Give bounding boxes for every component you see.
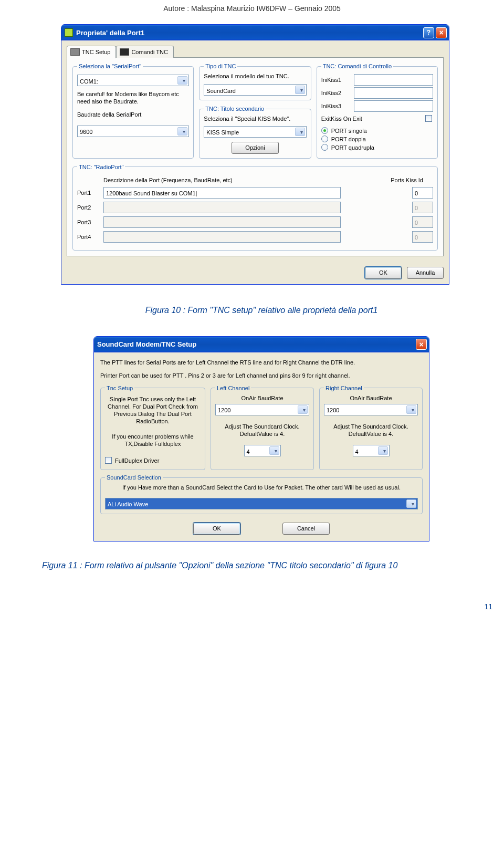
group-tipo-tnc: Tipo di TNC Seleziona il modello del tuo… — [199, 63, 311, 100]
intro-text-1: The PTT lines for Serial Ports are for L… — [100, 359, 423, 367]
port-quadrupla-label: PORT quadrupla — [331, 144, 374, 151]
opzioni-label: Opzioni — [245, 144, 265, 151]
right-clock-value: 4 — [355, 449, 359, 455]
group-soundcard-selection: SoundCard Selection If you Have more tha… — [100, 474, 423, 514]
ok-button[interactable]: OK — [193, 523, 240, 535]
right-baud-value: 1200 — [327, 407, 339, 413]
exitkiss-checkbox[interactable] — [425, 115, 432, 122]
port1-desc-input[interactable]: 1200baud Sound Blaster su COM1| — [103, 187, 341, 199]
inikiss1-input[interactable] — [354, 74, 433, 86]
port4-label: Port4 — [77, 234, 99, 240]
legend: Right Channel — [324, 385, 364, 391]
port4-kissid-value: 0 — [415, 234, 418, 241]
group-radioport: TNC: "RadioPort" Descrizione della Port … — [72, 164, 438, 251]
tab-label: TNC Setup — [82, 49, 110, 55]
kissmode-dropdown[interactable]: KISS Simple — [204, 126, 306, 138]
baudrate-dropdown[interactable]: 9600 — [77, 126, 189, 137]
group-titolo-secondario: TNC: Titolo secondario Seleziona il "Spe… — [199, 106, 311, 158]
left-baud-value: 1200 — [218, 407, 230, 413]
page-header: Autore : Malaspina Maurizio IW6DFW – Gen… — [0, 0, 504, 24]
tab-tnc-setup[interactable]: TNC Setup — [67, 46, 116, 58]
ok-label: OK — [379, 269, 387, 276]
port1-kissid-input[interactable]: 0 — [412, 187, 433, 199]
kissmode-value: KISS Simple — [206, 129, 239, 136]
exitkiss-label: ExitKiss On Exit — [321, 116, 362, 122]
setup-icon — [70, 48, 80, 56]
serial-warning: Be careful! for Modems like Baycom etc n… — [77, 90, 189, 106]
baudrate-value: 9600 — [80, 129, 92, 135]
dialog2-titlebar[interactable]: SoundCard Modem/TNC Setup × — [94, 337, 429, 352]
port4-desc-input — [103, 231, 341, 243]
port-doppia-radio[interactable]: PORT doppia — [321, 136, 433, 142]
group-right-channel: Right Channel OnAir BaudRate 1200 Adjust… — [319, 385, 423, 471]
ok-button[interactable]: OK — [365, 267, 402, 279]
left-baud-dropdown[interactable]: 1200 — [215, 404, 309, 415]
legend: Seleziona la "SerialPort" — [77, 63, 143, 69]
caption-figura-11: Figura 11 : Form relativo al pulsante "O… — [42, 560, 504, 571]
radio-icon — [321, 144, 328, 151]
tab-label: Comandi TNC — [131, 49, 168, 55]
port2-desc-input — [103, 202, 341, 213]
close-button[interactable]: × — [416, 339, 427, 350]
annulla-label: Annulla — [416, 269, 435, 276]
left-clock-dropdown[interactable]: 4 — [244, 445, 281, 456]
legend: TNC: Titolo secondario — [204, 106, 266, 112]
baudrate-label: Baudrate della SerialPort — [77, 111, 189, 118]
page-number: 11 — [0, 602, 504, 611]
cancel-button[interactable]: Cancel — [282, 523, 330, 535]
group-serialport: Seleziona la "SerialPort" COM1: Be caref… — [72, 63, 194, 159]
inikiss3-input[interactable] — [354, 100, 433, 112]
port1-kissid-value: 0 — [415, 190, 418, 196]
port2-label: Port2 — [77, 204, 99, 211]
soundcard-value: ALi Audio Wave — [108, 501, 148, 507]
left-clock-value: 4 — [247, 449, 250, 455]
tab-comandi-tnc[interactable]: Comandi TNC — [116, 46, 174, 58]
legend: Tnc Setup — [105, 385, 134, 391]
intro-text-2: Printer Port can be used for PTT . Pins … — [100, 372, 423, 380]
group-tnc-setup: Tnc Setup Single Port Tnc uses only the … — [100, 385, 205, 471]
port-quadrupla-radio[interactable]: PORT quadrupla — [321, 144, 433, 151]
dialog1-titlebar[interactable]: Proprieta' della Port1 ? × — [61, 25, 449, 40]
caption-figura-10: Figura 10 : Form "TNC setup" relativo al… — [61, 306, 462, 315]
inikiss2-input[interactable] — [354, 87, 433, 99]
inikiss3-label: IniKiss3 — [321, 103, 351, 109]
legend: TNC: Comandi di Controllo — [321, 63, 393, 69]
opzioni-button[interactable]: Opzioni — [232, 142, 279, 154]
help-button[interactable]: ? — [423, 27, 434, 38]
legend: Tipo di TNC — [204, 63, 237, 69]
tipo-tnc-dropdown[interactable]: SoundCard — [204, 84, 306, 96]
right-clock-dropdown[interactable]: 4 — [353, 445, 390, 456]
inikiss2-label: IniKiss2 — [321, 90, 351, 96]
port-singola-label: PORT singola — [331, 128, 367, 134]
port-singola-radio[interactable]: PORT singola — [321, 127, 433, 134]
radio-icon — [321, 127, 328, 134]
right-baud-label: OnAir BaudRate — [324, 394, 418, 402]
ok-label: OK — [213, 525, 221, 532]
dialog1-title: Proprieta' della Port1 — [76, 29, 144, 37]
legend: SoundCard Selection — [105, 474, 163, 481]
port3-kissid-input: 0 — [412, 216, 433, 228]
fullduplex-checkbox[interactable] — [105, 457, 112, 464]
port3-desc-input — [103, 216, 341, 228]
app-icon — [65, 28, 73, 37]
port1-desc-value: 1200baud Sound Blaster su COM1| — [106, 190, 197, 196]
close-button[interactable]: × — [436, 27, 447, 38]
legend: TNC: "RadioPort" — [77, 164, 125, 170]
port2-kissid-value: 0 — [415, 205, 418, 211]
port1-label: Port1 — [77, 190, 99, 196]
group-left-channel: Left Channel OnAir BaudRate 1200 Adjust … — [211, 385, 314, 471]
left-baud-label: OnAir BaudRate — [215, 394, 309, 402]
kissmode-text: Seleziona il "Special KISS Mode". — [204, 115, 306, 122]
kissid-header: Ports Kiss Id — [381, 176, 433, 184]
soundcard-dropdown[interactable]: ALi Audio Wave — [105, 498, 418, 509]
desc-header: Descrizione della Port (Frequenza, BaudR… — [103, 176, 293, 184]
right-baud-dropdown[interactable]: 1200 — [324, 404, 418, 415]
legend: Left Channel — [215, 385, 251, 391]
radio-icon — [321, 136, 328, 142]
tncsetup-text1: Single Port Tnc uses only the Left Chann… — [105, 395, 201, 425]
serialport-dropdown[interactable]: COM1: — [77, 75, 189, 86]
annulla-button[interactable]: Annulla — [407, 267, 444, 279]
tipo-tnc-value: SoundCard — [206, 88, 236, 94]
port3-label: Port3 — [77, 219, 99, 225]
port-doppia-label: PORT doppia — [331, 136, 366, 142]
